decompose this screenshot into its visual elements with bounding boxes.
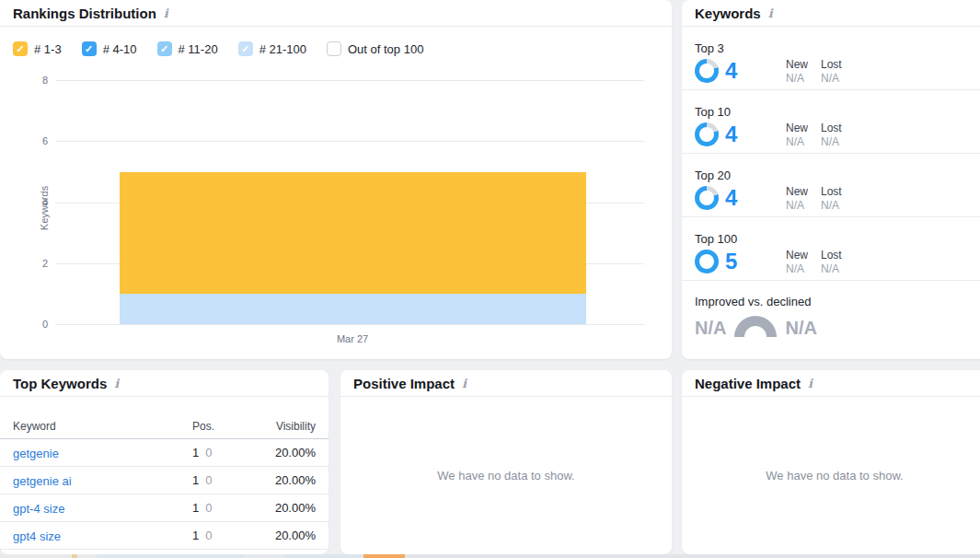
top-keywords-panel: Top Keywords i Keyword Pos. Visibility g…: [0, 370, 329, 554]
legend-label: # 4-10: [103, 42, 137, 56]
visibility-value: 20.00%: [242, 529, 316, 542]
keyword-link[interactable]: getgenie ai: [13, 474, 72, 488]
bar-segment-1-3: [120, 172, 586, 294]
donut-chart-icon: [695, 250, 719, 273]
checkbox-unchecked-icon[interactable]: [327, 41, 341, 56]
section-label: Top 100: [695, 232, 974, 246]
positive-impact-panel: Positive Impact i We have no data to sho…: [340, 370, 672, 554]
col-header-keyword: Keyword: [13, 420, 192, 433]
panel-header: Keywords i: [682, 0, 980, 27]
lost-value: N/A: [821, 262, 842, 275]
donut-chart-icon: [695, 122, 719, 146]
checkbox-checked-icon[interactable]: [238, 41, 253, 56]
keyword-link[interactable]: gpt-4 size: [13, 502, 64, 516]
panel-header: Top Keywords i: [0, 370, 329, 397]
stacked-bar: [120, 81, 586, 324]
keyword-link[interactable]: gpt4 size: [13, 529, 61, 543]
keyword-link[interactable]: getgenie: [13, 447, 59, 460]
keyword-count: 4: [725, 122, 760, 147]
lost-value: N/A: [821, 72, 842, 85]
col-header-visibility: Visibility: [242, 420, 316, 433]
info-icon[interactable]: i: [462, 377, 467, 390]
panel-title: Negative Impact: [695, 376, 801, 391]
donut-chart-icon: [695, 59, 719, 83]
position-value: 1: [192, 473, 199, 487]
lost-label: Lost: [821, 249, 842, 262]
new-value: N/A: [786, 262, 808, 275]
y-axis-tick-label: 8: [42, 75, 48, 86]
section-label: Top 10: [695, 105, 974, 119]
y-axis-title: Keywords: [39, 186, 50, 230]
legend-label: # 11-20: [179, 42, 218, 56]
keywords-panel: Keywords i Top 3 4 NewN/A LostN/A Top 10…: [682, 0, 980, 359]
legend-item-1-3[interactable]: # 1-3: [13, 41, 62, 56]
panel-header: Rankings Distribution i: [0, 0, 672, 27]
panel-title: Keywords: [695, 6, 761, 21]
checkbox-checked-icon[interactable]: [82, 41, 97, 56]
y-axis-tick-label: 2: [42, 258, 48, 269]
top-10-section: Top 10 4 NewN/A LostN/A: [682, 90, 980, 154]
rankings-distribution-panel: Rankings Distribution i # 1-3 # 4-10 # 1…: [0, 0, 672, 359]
checkbox-checked-icon[interactable]: [13, 41, 28, 56]
lost-label: Lost: [821, 58, 842, 71]
legend-item-out-of-top-100[interactable]: Out of top 100: [327, 41, 423, 56]
declined-value: N/A: [785, 319, 816, 337]
info-icon[interactable]: i: [768, 6, 773, 20]
keyword-count: 5: [725, 249, 760, 274]
improved-value: N/A: [695, 319, 726, 337]
table-header-row: Keyword Pos. Visibility: [0, 413, 329, 439]
improved-vs-declined-section: Improved vs. declined N/A N/A: [682, 281, 980, 337]
empty-state-message: We have no data to show.: [437, 469, 574, 482]
table-row: gpt4 size 10 20.00%: [0, 522, 329, 550]
position-diff: 0: [205, 529, 212, 542]
y-axis-tick-label: 0: [42, 319, 48, 330]
table-row: getgenie ai 10 20.00%: [0, 467, 329, 494]
lost-value: N/A: [821, 135, 842, 148]
table-row: getgenie 10 20.00%: [0, 439, 329, 467]
new-value: N/A: [786, 72, 808, 85]
top-keywords-table: Keyword Pos. Visibility getgenie 10 20.0…: [0, 413, 329, 550]
keyword-count: 4: [725, 185, 760, 211]
checkbox-checked-icon[interactable]: [157, 41, 172, 56]
cut-off-content-strip: [0, 554, 980, 558]
legend-item-21-100[interactable]: # 21-100: [238, 41, 306, 56]
table-row: gpt-4 size 10 20.00%: [0, 494, 329, 522]
section-label: Top 20: [695, 169, 974, 182]
legend-label: # 1-3: [34, 42, 62, 56]
panel-header: Positive Impact i: [340, 370, 672, 397]
visibility-value: 20.00%: [242, 501, 316, 515]
new-value: N/A: [786, 199, 808, 212]
x-axis-tick-label: Mar 27: [337, 333, 368, 344]
y-axis-tick-label: 4: [42, 197, 48, 208]
lost-label: Lost: [821, 185, 842, 198]
lost-label: Lost: [821, 122, 842, 134]
info-icon[interactable]: i: [114, 377, 119, 390]
position-value: 1: [192, 529, 199, 542]
legend-label: Out of top 100: [348, 42, 423, 56]
visibility-value: 20.00%: [242, 473, 316, 487]
info-icon[interactable]: i: [164, 6, 168, 20]
empty-state-message: We have no data to show.: [766, 469, 903, 482]
rankings-chart: Keywords 02468 Mar 27: [55, 81, 644, 325]
gauge-icon: [734, 316, 777, 337]
panel-title: Positive Impact: [353, 376, 455, 391]
position-diff: 0: [205, 446, 212, 459]
rankings-legend: # 1-3 # 4-10 # 11-20 # 21-100 Out of top…: [13, 41, 423, 56]
gridline: 0: [55, 324, 644, 325]
col-header-pos: Pos.: [192, 420, 242, 433]
new-value: N/A: [786, 135, 808, 148]
legend-item-4-10[interactable]: # 4-10: [82, 41, 137, 56]
position-diff: 0: [205, 501, 212, 515]
donut-chart-icon: [695, 186, 719, 210]
y-axis-tick-label: 6: [42, 135, 48, 146]
position-value: 1: [192, 446, 199, 459]
new-label: New: [786, 249, 808, 262]
top-3-section: Top 3 4 NewN/A LostN/A: [682, 27, 980, 90]
visibility-value: 20.00%: [242, 446, 316, 459]
legend-item-11-20[interactable]: # 11-20: [157, 41, 218, 56]
top-20-section: Top 20 4 NewN/A LostN/A: [682, 154, 980, 217]
new-label: New: [786, 122, 808, 134]
position-diff: 0: [205, 473, 212, 487]
panel-header: Negative Impact i: [682, 370, 980, 397]
info-icon[interactable]: i: [808, 377, 813, 390]
